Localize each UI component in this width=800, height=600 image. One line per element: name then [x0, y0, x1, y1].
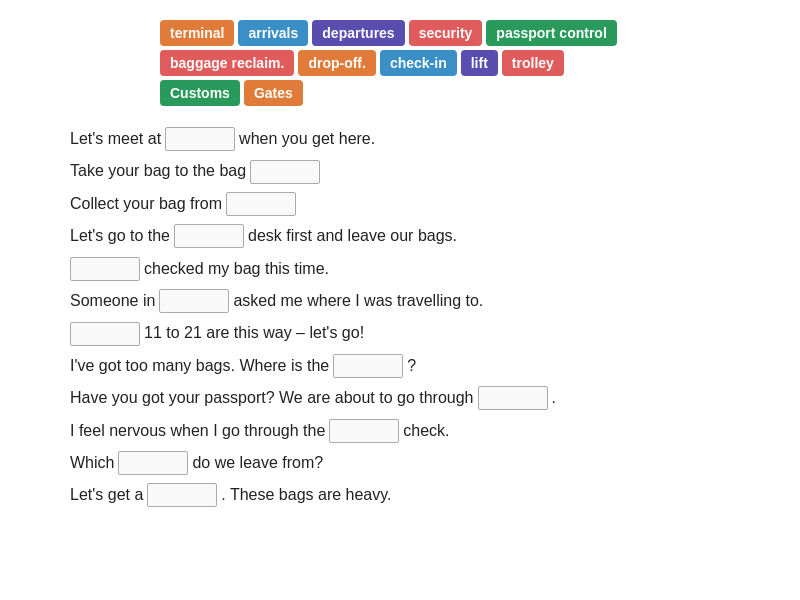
blank-field-3-1[interactable] — [226, 192, 296, 216]
sentences-container: Let's meet atwhen you get here.Take your… — [70, 124, 730, 511]
sentence-line-10: I feel nervous when I go through thechec… — [70, 416, 730, 446]
word-chip-check-in[interactable]: check-in — [380, 50, 457, 76]
word-chip-lift[interactable]: lift — [461, 50, 498, 76]
word-chip-passport-control[interactable]: passport control — [486, 20, 616, 46]
blank-field-11-1[interactable] — [118, 451, 188, 475]
sentence-line-4: Let's go to thedesk first and leave our … — [70, 221, 730, 251]
blank-field-7-0[interactable] — [70, 322, 140, 346]
word-bank: terminalarrivalsdeparturessecuritypasspo… — [160, 20, 640, 106]
sentence-text-1-2: when you get here. — [239, 124, 375, 154]
sentence-line-9: Have you got your passport? We are about… — [70, 383, 730, 413]
sentence-line-6: Someone inasked me where I was travellin… — [70, 286, 730, 316]
sentence-text-10-0: I feel nervous when I go through the — [70, 416, 325, 446]
blank-field-9-1[interactable] — [478, 386, 548, 410]
sentence-line-11: Whichdo we leave from? — [70, 448, 730, 478]
sentence-text-6-0: Someone in — [70, 286, 155, 316]
blank-field-5-0[interactable] — [70, 257, 140, 281]
sentence-text-12-0: Let's get a — [70, 480, 143, 510]
sentence-line-7: 11 to 21 are this way – let's go! — [70, 318, 730, 348]
sentence-text-5-1: checked my bag this time. — [144, 254, 329, 284]
word-chip-customs[interactable]: Customs — [160, 80, 240, 106]
sentence-text-10-2: check. — [403, 416, 449, 446]
blank-field-8-1[interactable] — [333, 354, 403, 378]
sentence-line-5: checked my bag this time. — [70, 254, 730, 284]
sentence-line-12: Let's get a. These bags are heavy. — [70, 480, 730, 510]
word-chip-trolley[interactable]: trolley — [502, 50, 564, 76]
blank-field-12-1[interactable] — [147, 483, 217, 507]
blank-field-6-1[interactable] — [159, 289, 229, 313]
blank-field-2-1[interactable] — [250, 160, 320, 184]
blank-field-10-1[interactable] — [329, 419, 399, 443]
sentence-text-12-2: . These bags are heavy. — [221, 480, 391, 510]
sentence-text-11-2: do we leave from? — [192, 448, 323, 478]
word-chip-drop-off.[interactable]: drop-off. — [298, 50, 376, 76]
sentence-text-3-0: Collect your bag from — [70, 189, 222, 219]
sentence-text-9-2: . — [552, 383, 556, 413]
blank-field-4-1[interactable] — [174, 224, 244, 248]
word-chip-arrivals[interactable]: arrivals — [238, 20, 308, 46]
sentence-text-4-0: Let's go to the — [70, 221, 170, 251]
sentence-line-8: I've got too many bags. Where is the? — [70, 351, 730, 381]
word-chip-departures[interactable]: departures — [312, 20, 404, 46]
sentence-line-2: Take your bag to the bag — [70, 156, 730, 186]
sentence-text-11-0: Which — [70, 448, 114, 478]
sentence-text-1-0: Let's meet at — [70, 124, 161, 154]
sentence-line-3: Collect your bag from — [70, 189, 730, 219]
sentence-text-8-2: ? — [407, 351, 416, 381]
sentence-text-2-0: Take your bag to the bag — [70, 156, 246, 186]
word-chip-security[interactable]: security — [409, 20, 483, 46]
blank-field-1-1[interactable] — [165, 127, 235, 151]
sentence-text-6-2: asked me where I was travelling to. — [233, 286, 483, 316]
sentence-text-7-1: 11 to 21 are this way – let's go! — [144, 318, 364, 348]
sentence-text-8-0: I've got too many bags. Where is the — [70, 351, 329, 381]
sentence-text-4-2: desk first and leave our bags. — [248, 221, 457, 251]
word-chip-gates[interactable]: Gates — [244, 80, 303, 106]
word-chip-terminal[interactable]: terminal — [160, 20, 234, 46]
word-chip-baggage-reclaim.[interactable]: baggage reclaim. — [160, 50, 294, 76]
sentence-text-9-0: Have you got your passport? We are about… — [70, 383, 474, 413]
sentence-line-1: Let's meet atwhen you get here. — [70, 124, 730, 154]
